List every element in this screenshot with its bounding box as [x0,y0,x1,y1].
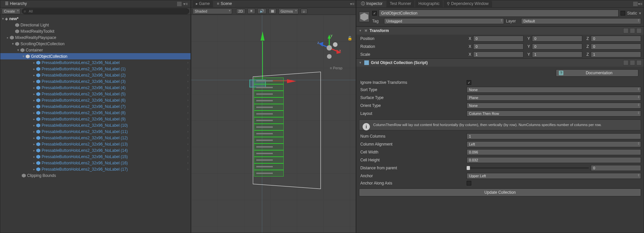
rot-x-input[interactable] [473,44,523,50]
foldout-icon[interactable]: ▸ [32,74,36,77]
scale-y-input[interactable] [532,51,582,57]
chevron-right-icon[interactable]: › [187,111,188,115]
foldout-icon[interactable]: ▼ [358,29,362,32]
orient-dropdown[interactable]: None [467,103,641,109]
prefab-item[interactable]: ▸ PressableButtonHoloLens2_32x96_NoLabel… [0,160,191,166]
lock-icon[interactable] [177,1,182,7]
prefab-item[interactable]: ▸ PressableButtonHoloLens2_32x96_NoLabel… [0,91,191,97]
container-row[interactable]: ▼ Container [0,47,191,53]
cellw-input[interactable] [467,149,641,155]
prefab-item[interactable]: ▸ PressableButtonHoloLens2_32x96_NoLabel… [0,116,191,122]
game-tab[interactable]: ▸Game [193,1,213,7]
2d-toggle[interactable]: 2D [236,9,245,14]
lock-icon[interactable] [633,1,638,7]
layout-dropdown[interactable]: Column Then Row [467,111,641,116]
foldout-icon[interactable]: ▸ [32,86,36,89]
prefab-item[interactable]: ▸ PressableButtonHoloLens2_32x96_NoLabel… [0,153,191,160]
orientation-gizmo[interactable]: y x z [316,35,342,61]
prefab-item[interactable]: ▸ PressableButtonHoloLens2_32x96_NoLabel… [0,66,191,72]
prefab-item[interactable]: ▸ PressableButtonHoloLens2_32x96_NoLabel… [0,59,191,66]
foldout-icon[interactable]: ▸ [32,130,36,133]
chevron-right-icon[interactable]: › [187,92,188,96]
hierarchy-item[interactable]: Directional Light [0,22,191,28]
pos-z-input[interactable] [591,36,641,42]
lock-icon[interactable]: 🔓 [347,36,352,41]
chevron-right-icon[interactable]: › [187,80,188,83]
foldout-icon[interactable]: ▸ [32,80,36,83]
context-menu-icon[interactable]: ▾≡ [350,2,354,6]
prefab-item[interactable]: ▸ PressableButtonHoloLens2_32x96_NoLabel… [0,97,191,103]
foldout-icon[interactable]: ▸ [32,92,36,96]
rot-y-input[interactable] [532,44,582,50]
light-toggle[interactable]: ☀ [247,8,255,14]
gear-icon[interactable] [636,60,642,65]
search-icon[interactable]: ⌕ [301,9,307,14]
foldout-icon[interactable]: ▸ [32,168,36,171]
hierarchy-item[interactable]: ▼ ScrollingObjectCollection [0,41,191,47]
gameobject-name-input[interactable] [379,10,619,17]
preset-icon[interactable] [630,60,635,65]
fx-toggle[interactable]: ▦ [268,8,276,14]
chevron-right-icon[interactable]: › [187,167,188,171]
foldout-icon[interactable]: ▸ [32,67,36,71]
cellh-input[interactable] [467,157,641,163]
anchoraxis-checkbox[interactable] [467,181,471,185]
foldout-icon[interactable]: ▸ [32,61,36,64]
chevron-right-icon[interactable]: › [187,142,188,146]
foldout-icon[interactable]: ▸ [32,149,36,152]
scale-z-input[interactable] [591,51,641,57]
chevron-right-icon[interactable]: › [187,61,188,64]
active-checkbox[interactable] [372,11,377,16]
rot-z-input[interactable] [591,44,641,50]
prefab-item[interactable]: ▸ PressableButtonHoloLens2_32x96_NoLabel… [0,72,191,78]
pos-y-input[interactable] [532,36,582,42]
create-dropdown[interactable]: Create [2,8,20,14]
hierarchy-item[interactable]: ▸ MixedRealityPlayspace [0,34,191,41]
sort-dropdown[interactable]: None [467,87,641,93]
prefab-item[interactable]: ▸ PressableButtonHoloLens2_32x96_NoLabel… [0,84,191,91]
layer-dropdown[interactable]: Default [521,18,641,24]
pos-x-input[interactable] [473,36,523,42]
hierarchy-item[interactable]: MixedRealityToolkit [0,28,191,34]
hierarchy-search-input[interactable]: All [22,8,189,14]
chevron-right-icon[interactable]: › [187,86,188,89]
chevron-right-icon[interactable]: › [187,117,188,121]
colalign-dropdown[interactable]: Left [467,141,641,147]
chevron-right-icon[interactable]: › [187,155,188,158]
foldout-icon[interactable]: ▸ [32,155,36,158]
distance-slider[interactable] [467,167,589,169]
ignore-checkbox[interactable] [467,80,471,85]
inspector-tab[interactable]: ⓘInspector [358,1,386,7]
foldout-icon[interactable]: ▼ [11,42,15,46]
chevron-right-icon[interactable]: › [187,130,188,133]
prefab-item[interactable]: ▸ PressableButtonHoloLens2_32x96_NoLabel… [0,103,191,110]
foldout-icon[interactable]: ▸ [32,124,36,127]
help-icon[interactable] [623,28,628,33]
scene-row[interactable]: ▼ ◈ new* [0,16,191,22]
clipping-row[interactable]: Clipping Bounds [0,172,191,179]
chevron-right-icon[interactable]: › [187,67,188,71]
holographic-tab[interactable]: Holographic [415,1,443,7]
chevron-right-icon[interactable]: › [187,123,188,127]
prefab-item[interactable]: ▸ PressableButtonHoloLens2_32x96_NoLabel… [0,147,191,153]
foldout-icon[interactable]: ▸ [32,111,36,115]
foldout-icon[interactable]: ▸ [32,99,36,102]
chevron-right-icon[interactable]: › [187,136,188,140]
hierarchy-tab[interactable]: ☰ Hierarchy [2,1,30,7]
test-runner-tab[interactable]: Test Runner [386,1,414,7]
foldout-icon[interactable]: ▸ [6,36,10,39]
context-menu-icon[interactable]: ▾≡ [638,2,642,6]
surface-dropdown[interactable]: Plane [467,95,641,101]
dependency-tab[interactable]: ⚲Dependency Window [444,1,492,7]
scene-viewport[interactable]: y x z ≡ Persp 🔓 [191,15,356,233]
chevron-right-icon[interactable]: › [187,161,188,165]
chevron-right-icon[interactable]: › [187,105,188,108]
tag-dropdown[interactable]: Untagged [384,18,504,24]
prefab-item[interactable]: ▸ PressableButtonHoloLens2_32x96_NoLabel… [0,110,191,116]
foldout-icon[interactable]: ▼ [358,61,362,64]
audio-toggle[interactable]: 🔊 [257,8,267,14]
foldout-icon[interactable]: ▸ [32,161,36,165]
static-checkbox[interactable] [621,11,625,16]
grid-collection-row[interactable]: ▼ GridObjectCollection [0,53,191,59]
update-collection-button[interactable]: Update Collection [359,188,641,196]
